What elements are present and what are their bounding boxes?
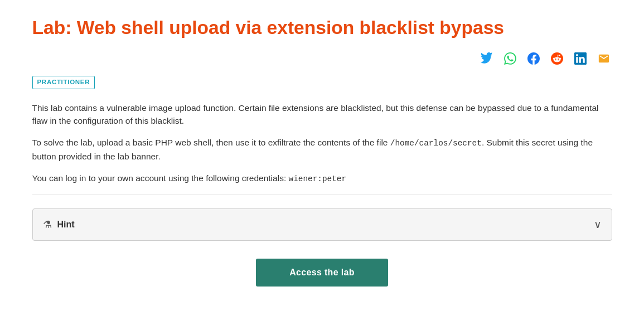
description-3-before: You can log in to your own account using… (32, 173, 289, 183)
difficulty-badge: PRACTITIONER (32, 76, 95, 89)
page-container: Lab: Web shell upload via extension blac… (16, 0, 629, 309)
description-2: To solve the lab, upload a basic PHP web… (32, 136, 612, 163)
description-1: This lab contains a vulnerable image upl… (32, 101, 612, 128)
facebook-icon[interactable] (525, 50, 542, 67)
reddit-icon[interactable] (549, 50, 565, 67)
secret-path-code: /home/carlos/secret (390, 139, 482, 148)
twitter-icon[interactable] (478, 50, 495, 67)
social-bar (32, 50, 612, 67)
access-btn-container: Access the lab (32, 259, 612, 287)
linkedin-icon[interactable] (572, 50, 589, 67)
hint-flask-icon: ⚗ (43, 217, 52, 232)
hint-left: ⚗ Hint (43, 217, 75, 232)
hint-label: Hint (57, 218, 75, 231)
description-2-before: To solve the lab, upload a basic PHP web… (32, 138, 390, 147)
email-icon[interactable] (595, 50, 612, 67)
chevron-down-icon: ∨ (594, 217, 602, 233)
credentials-code: wiener:peter (289, 174, 347, 183)
whatsapp-icon[interactable] (502, 50, 519, 67)
description-3: You can log in to your own account using… (32, 172, 612, 186)
access-lab-button[interactable]: Access the lab (256, 259, 388, 287)
lab-title: Lab: Web shell upload via extension blac… (32, 17, 612, 39)
divider (32, 195, 612, 195)
hint-box[interactable]: ⚗ Hint ∨ (32, 208, 612, 241)
